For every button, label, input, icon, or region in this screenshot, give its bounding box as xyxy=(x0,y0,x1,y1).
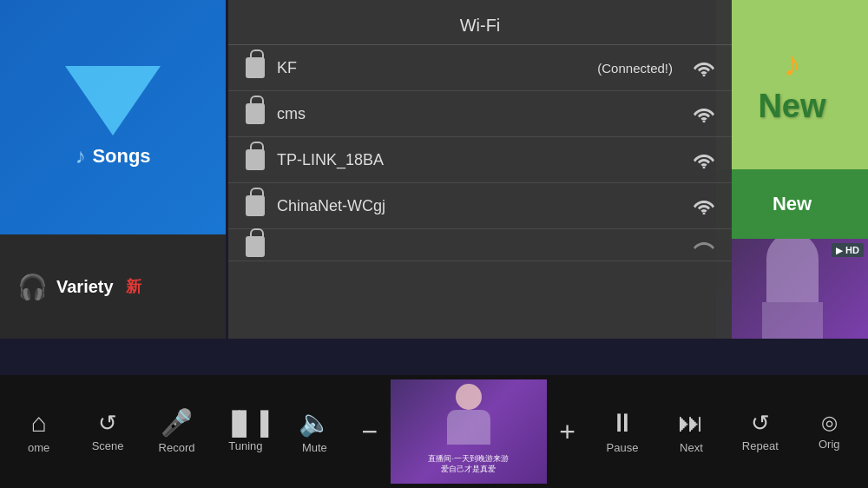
hd-icon: ▶ xyxy=(836,246,843,255)
triangle-decoration xyxy=(65,66,161,135)
orig-icon: ◎ xyxy=(821,413,838,432)
plus-button[interactable]: + xyxy=(547,416,589,448)
connected-status: (Connected!) xyxy=(597,61,673,76)
record-label: Record xyxy=(159,441,195,454)
tuning-icon: ▐▌▐ xyxy=(224,412,266,434)
scene-label: Scene xyxy=(92,439,124,452)
bottom-items-container: ⌂ ome ↺ Scene 🎤 Record ▐▌▐ Tuning 🔈 Mute… xyxy=(0,379,868,484)
music-note-new-icon: ♪ xyxy=(784,44,801,83)
photo-placeholder xyxy=(762,239,823,339)
lock-icon xyxy=(246,57,265,78)
wifi-item-cms[interactable]: cms xyxy=(228,91,732,137)
music-note-icon: ♪ xyxy=(75,144,85,168)
wifi-name-cms: cms xyxy=(277,105,681,123)
svg-point-0 xyxy=(703,75,706,77)
new-sub-label: New xyxy=(773,193,812,215)
svg-point-3 xyxy=(703,213,706,215)
tile-new-right[interactable]: ♪ New xyxy=(716,0,868,169)
wifi-signal-full-chinanet xyxy=(694,197,714,214)
repeat-icon: ↺ xyxy=(751,412,770,434)
wifi-name-kf: KF xyxy=(277,59,585,77)
svg-point-1 xyxy=(703,121,706,123)
pause-button[interactable]: ⏸ Pause xyxy=(588,403,656,461)
tuning-button[interactable]: ▐▌▐ Tuning xyxy=(211,405,279,459)
svg-point-2 xyxy=(703,167,706,169)
headphone-icon: 🎧 xyxy=(17,273,48,301)
lock-icon-tplink xyxy=(246,149,265,170)
songs-tile-label: ♪ Songs xyxy=(75,144,150,168)
variety-tile-label: Variety xyxy=(56,277,114,297)
repeat-label: Repeat xyxy=(742,439,779,452)
hd-badge: ▶ HD xyxy=(832,243,864,257)
orig-button[interactable]: ◎ Orig xyxy=(795,406,864,458)
wifi-signal-full-cms xyxy=(694,105,714,122)
tile-songs[interactable]: ♪ Songs xyxy=(0,0,226,234)
wifi-name-tplink: TP-LINK_18BA xyxy=(277,151,681,169)
lock-icon-partial xyxy=(246,236,265,257)
minus-button[interactable]: − xyxy=(349,416,391,448)
now-playing-thumbnail: 直播间·一天到晚游来游 爱自己才是真爱 xyxy=(391,379,547,484)
home-icon: ⌂ xyxy=(31,410,47,436)
mute-label: Mute xyxy=(302,441,327,454)
plus-icon: + xyxy=(559,416,575,448)
wifi-item-kf[interactable]: KF (Connected!) xyxy=(228,45,732,91)
hd-label: HD xyxy=(845,245,859,255)
next-icon: ⏭ xyxy=(678,410,704,436)
pause-icon: ⏸ xyxy=(609,410,635,436)
wifi-title: Wi-Fi xyxy=(228,0,732,45)
record-icon: 🎤 xyxy=(161,410,193,436)
wifi-item-tplink[interactable]: TP-LINK_18BA xyxy=(228,137,732,183)
wifi-panel: Wi-Fi KF (Connected!) cms xyxy=(228,0,732,339)
repeat-button[interactable]: ↺ Repeat xyxy=(726,405,794,459)
wifi-signal-partial xyxy=(694,238,714,255)
bottom-bar: ⌂ ome ↺ Scene 🎤 Record ▐▌▐ Tuning 🔈 Mute… xyxy=(0,375,868,488)
orig-label: Orig xyxy=(819,438,840,451)
pause-label: Pause xyxy=(607,441,639,454)
tile-variety[interactable]: 🎧 Variety 新 xyxy=(0,234,226,339)
new-right-label: New xyxy=(758,88,825,125)
scene-button[interactable]: ↺ Scene xyxy=(73,405,141,459)
tile-photo[interactable]: ▶ HD xyxy=(716,239,868,339)
wifi-network-list: KF (Connected!) cms TP-LINK_18BA xyxy=(228,45,732,261)
lock-icon-chinanet xyxy=(246,195,265,216)
tuning-label: Tuning xyxy=(228,439,262,452)
wifi-item-chinanet[interactable]: ChinaNet-WCgj xyxy=(228,183,732,229)
mute-icon: 🔈 xyxy=(299,410,331,436)
home-button[interactable]: ⌂ ome xyxy=(4,403,73,461)
home-label: ome xyxy=(28,441,49,454)
wifi-signal-full-kf xyxy=(694,59,714,76)
minus-icon: − xyxy=(362,416,378,448)
mute-button[interactable]: 🔈 Mute xyxy=(280,403,349,461)
tile-new-sub[interactable]: New xyxy=(716,169,868,239)
wifi-name-chinanet: ChinaNet-WCgj xyxy=(277,197,681,215)
wifi-signal-full-tplink xyxy=(694,151,714,168)
lock-icon-cms xyxy=(246,103,265,124)
next-button[interactable]: ⏭ Next xyxy=(657,403,726,461)
next-label: Next xyxy=(680,441,703,454)
wifi-item-partial[interactable] xyxy=(228,229,732,261)
new-badge-variety: 新 xyxy=(126,276,141,297)
now-playing-text: 直播间·一天到晚游来游 爱自己才是真爱 xyxy=(395,453,542,475)
scene-icon: ↺ xyxy=(98,412,117,434)
record-button[interactable]: 🎤 Record xyxy=(142,403,211,461)
